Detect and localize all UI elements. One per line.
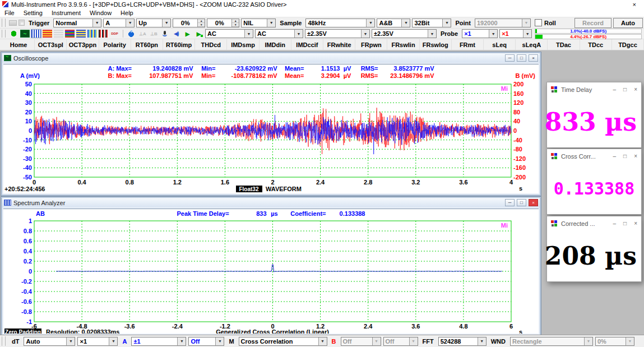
panel-close-button[interactable]: × [634,86,637,92]
probe-b-select[interactable]: ×1▼ [499,29,532,38]
dropdown-arrow-icon[interactable]: ▼ [523,30,531,38]
tab-imddin[interactable]: IMDdin [260,39,291,50]
tab-polarity[interactable]: Polarity [99,39,131,50]
tab-oct3spl[interactable]: OCT3spl [35,39,67,50]
close-button[interactable]: × [627,1,642,8]
dropdown-arrow-icon[interactable]: ▼ [92,19,101,27]
menu-instrument[interactable]: Instrument [47,10,85,16]
panel-close-button[interactable]: × [634,153,637,159]
dropdown-arrow-icon[interactable]: ▼ [126,19,134,27]
trigger-mode-select[interactable]: Normal▼ [53,18,101,27]
oscilloscope-close-button[interactable]: × [529,54,538,62]
panel-cross-correlation-coefficient-titlebar[interactable]: Cross Corr...–□× [547,149,641,163]
spinner-up-icon[interactable]: ▲ [232,19,239,23]
dropdown-arrow-icon[interactable]: ▼ [267,19,275,27]
spectrum-minimize-button[interactable]: ─ [505,199,515,206]
auto-button[interactable]: Auto [613,18,643,28]
dropdown-arrow-icon[interactable]: ▼ [489,30,497,38]
tab-frmt[interactable]: FRmt [452,39,484,50]
waterfall-icon[interactable] [87,30,97,38]
roll-checkbox[interactable]: Roll [532,19,558,26]
dropdown-arrow-icon[interactable]: ▼ [522,19,530,27]
menu-setting[interactable]: Setting [19,10,47,16]
spectrum-restore-button[interactable]: □ [517,199,526,206]
channel-a-function-select[interactable]: Off▼ [188,337,224,346]
dropdown-arrow-icon[interactable]: ▼ [66,337,75,345]
tab-frwhite[interactable]: FRwhite [323,39,355,50]
panel-maximize-button[interactable]: □ [623,86,627,92]
toolbar-grip[interactable] [2,336,6,346]
dropdown-arrow-icon[interactable]: ▼ [318,337,327,345]
toolbar-grip[interactable] [2,18,6,27]
toolbar-grip[interactable] [2,30,6,38]
coupling-b-select[interactable]: AC▼ [255,29,303,38]
tab-thdcd[interactable]: THDcd [195,39,227,50]
run-stop-icon[interactable] [9,30,18,38]
run-icon[interactable] [183,30,192,38]
channel-a-range-select[interactable]: ±1▼ [131,337,186,346]
bit-depth-select[interactable]: 32Bit▼ [412,18,451,27]
dropdown-arrow-icon[interactable]: ▼ [366,19,374,27]
sweep-time-select[interactable]: Auto▼ [24,337,75,346]
dropdown-arrow-icon[interactable]: ▼ [162,19,170,27]
spectrum-plot[interactable]: 10.80.60.40.20-0.2-0.4-0.6-0.8-1-6-4.8-3… [3,219,539,334]
signal-generator-icon[interactable] [127,30,136,38]
range-b-select[interactable]: ±2.35V▼ [372,29,437,38]
dropdown-arrow-icon[interactable]: ▼ [244,30,253,38]
dropdown-arrow-icon[interactable]: ▼ [626,337,634,345]
spectrogram-icon[interactable] [76,30,86,38]
tab-imdsmp[interactable]: IMDsmp [227,39,259,50]
panel-minimize-button[interactable]: – [613,220,617,226]
dropdown-arrow-icon[interactable]: ▼ [215,337,224,345]
dropdown-arrow-icon[interactable]: ▼ [478,337,486,345]
spectrum-close-button[interactable]: × [529,199,538,206]
menu-file[interactable]: File [0,10,19,16]
panel-corrected-time-delay-titlebar[interactable]: Corrected ...–□× [547,216,641,230]
titlebar[interactable]: Multi-Instrument Pro 3.9.9.6 - [+3DP+DLG… [0,0,644,8]
panel-minimize-button[interactable]: – [613,86,617,92]
dropdown-arrow-icon[interactable]: ▼ [428,30,436,38]
tab-tdac[interactable]: TDac [548,39,580,50]
data-logger-icon[interactable] [65,30,75,38]
dropdown-arrow-icon[interactable]: ▼ [442,19,451,27]
dropdown-arrow-icon[interactable]: ▼ [584,337,592,345]
trigger-edge-select[interactable]: Up▼ [136,18,171,27]
tab-tdgcc[interactable]: TDgcc [612,39,644,50]
tab-sleq[interactable]: sLeq [484,39,516,50]
panel-maximize-button[interactable]: □ [623,220,627,226]
output-device-icon[interactable] [172,30,181,38]
sampling-channel-select[interactable]: A&B▼ [377,18,410,27]
spinner-up-icon[interactable]: ▲ [198,19,205,23]
spectrum-analyzer-titlebar[interactable]: Spectrum Analyzer ─ □ × [2,198,540,207]
dropdown-arrow-icon[interactable]: ▼ [109,337,117,345]
trigger-level-spinner[interactable]: 0%▲▼ [173,18,205,27]
tab-frswlog[interactable]: FRswlog [420,39,452,50]
coupling-a-select[interactable]: AC▼ [205,29,253,38]
tab-imdccif[interactable]: IMDccif [291,39,323,50]
input-device-icon[interactable] [160,30,170,38]
run-single-icon[interactable] [194,30,203,38]
oscilloscope-icon[interactable] [20,30,30,38]
panel-time-delay-titlebar[interactable]: Time Delay–□× [547,82,641,96]
trigger-delay-spinner[interactable]: 0%▲▼ [207,18,239,27]
tab-oct3ppn[interactable]: OCT3ppn [67,39,99,50]
dropdown-arrow-icon[interactable]: ▼ [361,30,369,38]
fft-size-select[interactable]: 524288▼ [438,337,487,346]
menu-window[interactable]: Window [85,10,116,16]
tab-rt60imp[interactable]: RT60imp [163,39,195,50]
multimeter-icon[interactable] [43,30,52,38]
menu-help[interactable]: Help [116,10,138,16]
sweep-multiplier-select[interactable]: ×1▼ [77,337,118,346]
spectrum-analyzer-icon[interactable] [31,30,41,38]
trigger-hpf-select[interactable]: NIL▼ [241,18,276,27]
sampling-rate-select[interactable]: 48kHz▼ [305,18,375,27]
oscilloscope-restore-button[interactable]: □ [517,54,526,62]
tab-home[interactable]: Home [3,39,35,50]
tab-frpwn[interactable]: FRpwn [355,39,387,50]
dropdown-arrow-icon[interactable]: ▼ [409,337,418,345]
trigger-source-select[interactable]: A▼ [103,18,135,27]
tab-sleqa[interactable]: sLeqA [516,39,548,50]
probe-a-select[interactable]: ×1▼ [462,29,498,38]
panel-minimize-button[interactable]: – [613,153,617,159]
dropdown-arrow-icon[interactable]: ▼ [401,19,410,27]
